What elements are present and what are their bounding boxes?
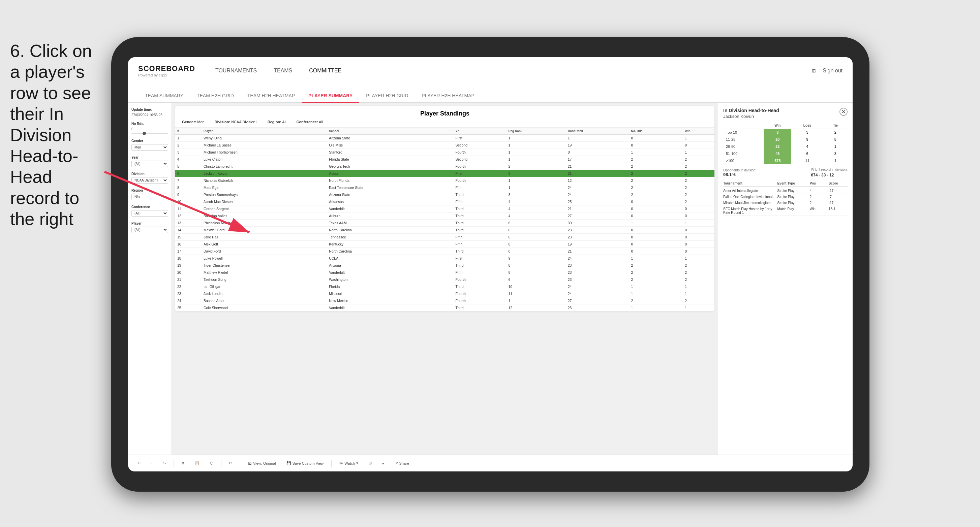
redo-btn[interactable]: ↪: [160, 460, 169, 467]
cell-rank: 20: [175, 269, 202, 276]
logo-sub: Powered by clippi: [138, 73, 195, 77]
tab-player-h2h-heatmap[interactable]: PLAYER H2H HEATMAP: [415, 90, 481, 103]
h2h-header-row: Win Loss Tie: [723, 122, 848, 129]
cell-win: 1: [683, 283, 714, 290]
cell-win: 1: [683, 219, 714, 227]
table-row[interactable]: 6 Jackson Koivun Auburn First 3 21 2 2: [175, 170, 714, 177]
update-time-value: 27/03/2024 16:56:26: [131, 113, 162, 117]
cell-conf-rank: 12: [566, 177, 629, 184]
table-row[interactable]: 16 Alex Goff Kentucky Fifth 8 19 0 0: [175, 241, 714, 248]
table-row[interactable]: 8 Mats Ege East Tennessee State Fifth 1 …: [175, 184, 714, 191]
tourn-name: Fallon Oak Collegiate Invitational: [723, 195, 777, 199]
cell-conf-rank: 19: [566, 241, 629, 248]
cell-player: Gordon Sargent: [202, 205, 327, 213]
more-btn[interactable]: ⬡: [207, 460, 216, 467]
cell-conf-rank: 21: [566, 163, 629, 170]
year-select[interactable]: (All): [131, 160, 168, 167]
cell-player: Michael Thorbjornsen: [202, 149, 327, 156]
no-rds-label: No Rds.: [131, 122, 168, 125]
h2h-loss-cell: 6: [791, 150, 823, 157]
cell-win: 2: [683, 177, 714, 184]
region-select[interactable]: N/a: [131, 194, 168, 200]
cell-rank: 12: [175, 213, 202, 219]
table-row[interactable]: 5 Christo Lamprecht Georgia Tech Fourth …: [175, 163, 714, 170]
table-row[interactable]: 23 Jack Lundin Missouri Fourth 11 24 1 1: [175, 290, 714, 297]
table-row[interactable]: 7 Nicholas Gabrelcik North Florida Fourt…: [175, 177, 714, 184]
tab-team-h2h-grid[interactable]: TEAM H2H GRID: [190, 90, 240, 103]
table-row[interactable]: 22 Ian Gilligan Florida Third 10 24 1 1: [175, 283, 714, 290]
table-row[interactable]: 25 Cole Sherwood Vanderbilt Third 12 23 …: [175, 305, 714, 311]
cell-win: 2: [683, 191, 714, 198]
gender-select[interactable]: Men: [131, 144, 168, 151]
table-row[interactable]: 24 Bastien Amat New Mexico Fourth 1 27 2…: [175, 297, 714, 305]
tab-team-summary[interactable]: TEAM SUMMARY: [138, 90, 190, 103]
tab-team-h2h-heatmap[interactable]: TEAM H2H HEATMAP: [240, 90, 302, 103]
paste-btn[interactable]: 📋: [192, 460, 202, 467]
share-btn[interactable]: ↗ Share: [392, 460, 412, 467]
standings-header: Player Standings Gender: Men Division: N…: [175, 106, 714, 128]
watch-btn[interactable]: 👁 Watch ▾: [337, 460, 361, 467]
undo-btn[interactable]: ↩: [135, 460, 143, 467]
table-row[interactable]: 18 Luke Powell UCLA First 9 24 1 1: [175, 255, 714, 262]
cell-reg-rank: 3: [506, 191, 565, 198]
cell-rank: 6: [175, 170, 202, 177]
nav-committee[interactable]: COMMITTEE: [309, 66, 341, 75]
cell-yr: Third: [453, 191, 506, 198]
table-row[interactable]: 12 Brendan Valles Auburn Third 4 27 0 0: [175, 213, 714, 219]
redo-placeholder: ◦: [148, 460, 155, 467]
cell-conf-rank: 30: [566, 219, 629, 227]
table-row[interactable]: 2 Michael La Sasse Ole Miss Second 1 19 …: [175, 142, 714, 149]
table-row[interactable]: 14 Maxwell Ford North Carolina Third 6 2…: [175, 227, 714, 234]
toolbar-icon-2[interactable]: ≡: [379, 460, 387, 467]
table-row[interactable]: 19 Tiger Christensen Arizona Third 8 23 …: [175, 262, 714, 269]
player-select[interactable]: (All): [131, 227, 168, 233]
cell-conf-rank: 17: [566, 156, 629, 163]
cell-conf-rank: 23: [566, 262, 629, 269]
cell-rank: 5: [175, 163, 202, 170]
cell-conf-rank: 21: [566, 170, 629, 177]
cell-reg-rank: 6: [506, 227, 565, 234]
copy-btn[interactable]: ⧉: [179, 460, 187, 467]
refresh-btn[interactable]: ⟳: [226, 460, 235, 467]
nav-teams[interactable]: TEAMS: [274, 66, 292, 75]
tournament-header-row: Tournament Event Type Pos Score: [723, 181, 848, 187]
sign-out-link[interactable]: Sign out: [822, 66, 843, 75]
division-select[interactable]: NCAA Division I: [131, 177, 168, 184]
cell-reg-rank: 6: [506, 234, 565, 241]
table-row[interactable]: 4 Luke Claton Florida State Second 1 17 …: [175, 156, 714, 163]
tab-player-summary[interactable]: PLAYER SUMMARY: [302, 90, 359, 103]
table-row[interactable]: 9 Preston Summerhays Arizona State Third…: [175, 191, 714, 198]
nav-tournaments[interactable]: TOURNAMENTS: [215, 66, 257, 75]
toolbar-icon-1[interactable]: ⊞: [366, 460, 374, 467]
table-row[interactable]: 10 Jacob Mac Diesen Arkansas Fifth 4 25 …: [175, 198, 714, 205]
cell-yr: Third: [453, 262, 506, 269]
col-no-rds: No. Rds.: [629, 128, 683, 135]
h2h-close-button[interactable]: ✕: [840, 108, 848, 116]
table-row[interactable]: 11 Gordon Sargent Vanderbilt Third 4 21 …: [175, 205, 714, 213]
view-original-btn[interactable]: 🖼 View: Original: [245, 460, 279, 467]
table-row[interactable]: 13 Phichaksn Maichon Texas A&M Third 6 3…: [175, 219, 714, 227]
cell-reg-rank: 1: [506, 156, 565, 163]
table-row[interactable]: 15 Jake Hall Tennessee Fifth 6 23 0 0: [175, 234, 714, 241]
tab-player-h2h-grid[interactable]: PLAYER H2H GRID: [359, 90, 415, 103]
cell-rank: 11: [175, 205, 202, 213]
table-row[interactable]: 17 David Ford North Carolina Third 8 21 …: [175, 248, 714, 255]
division-meta: Division: NCAA Division I: [215, 120, 258, 124]
save-custom-view-btn[interactable]: 💾 Save Custom View: [284, 460, 326, 467]
cell-school: North Carolina: [327, 248, 453, 255]
table-row[interactable]: 20 Matthew Riedel Vanderbilt Fifth 8 23 …: [175, 269, 714, 276]
nav-bar: SCOREBOARD Powered by clippi TOURNAMENTS…: [128, 57, 853, 84]
h2h-table: Win Loss Tie Top 10 8 3 2 11-25 20 9 5 2…: [723, 122, 848, 164]
cell-player: Luke Powell: [202, 255, 327, 262]
conference-select[interactable]: (All): [131, 210, 168, 216]
cell-no-rds: 1: [629, 255, 683, 262]
gender-label: Gender: [131, 139, 168, 143]
table-row[interactable]: 1 Wenyi Ding Arizona State First 1 1 8 1: [175, 135, 714, 142]
cell-no-rds: 2: [629, 262, 683, 269]
cell-rank: 3: [175, 149, 202, 156]
cell-player: Matthew Riedel: [202, 269, 327, 276]
table-row[interactable]: 21 Taehoon Song Washington Fourth 6 23 2…: [175, 276, 714, 283]
cell-school: New Mexico: [327, 297, 453, 305]
tournament-row: Mirabel Maui Jim Intercollegiate Stroke …: [723, 200, 848, 206]
table-row[interactable]: 3 Michael Thorbjornsen Stanford Fourth 1…: [175, 149, 714, 156]
